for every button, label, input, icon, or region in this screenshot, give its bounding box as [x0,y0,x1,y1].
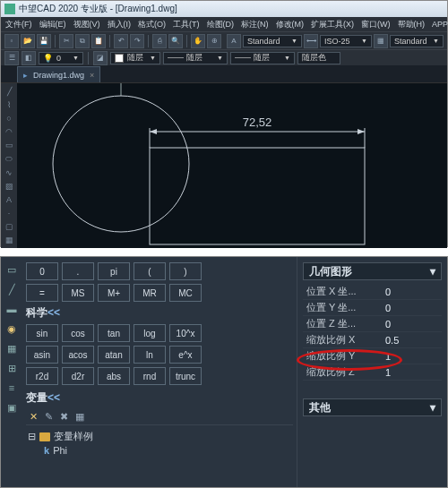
calc-asin[interactable]: asin [26,346,58,364]
calc-sin[interactable]: sin [26,324,58,342]
spline-icon[interactable]: ∿ [3,167,15,178]
polyline-icon[interactable]: ⌇ [3,98,15,110]
bylayer-colorname[interactable]: 随层色 [297,52,340,64]
rect-icon[interactable]: ▭ [3,140,15,151]
arc-icon[interactable]: ◠ [3,126,15,138]
save-icon[interactable]: 💾 [37,34,51,48]
calc-tan[interactable]: tan [98,324,130,342]
menu-view[interactable]: 视图(V) [71,19,103,30]
zoom-icon[interactable]: ⊕ [207,34,221,48]
calc-r2d[interactable]: r2d [26,367,58,385]
menu-extend[interactable]: 扩展工具(X) [308,19,357,30]
layer-icon[interactable]: ☰ [4,51,19,65]
region-icon[interactable]: ▢ [3,221,15,233]
pan-icon[interactable]: ✋ [191,34,205,48]
calc-trunc[interactable]: trunc [169,367,202,385]
calc-mplus[interactable]: M+ [98,284,130,302]
calc-d2r[interactable]: d2r [62,367,94,385]
globe-icon[interactable]: ◉ [4,321,19,336]
layers-icon[interactable]: ≡ [4,381,19,395]
text-icon[interactable]: A [3,193,15,205]
menu-window[interactable]: 窗口(W) [358,19,393,30]
color-icon[interactable]: ◪ [93,51,108,65]
find-icon[interactable]: 🔍 [168,34,183,48]
shape-rect-icon[interactable]: ▭ [4,262,19,277]
calc-acos[interactable]: acos [62,346,94,364]
layer-prop-icon[interactable]: ◧ [22,51,36,65]
print-icon[interactable]: ⎙ [152,34,167,48]
prop-row-pos-z[interactable]: 位置 Z 坐...0 [303,316,442,332]
prop-row-scale-z[interactable]: 缩放比例 Z1 [303,364,442,381]
menu-draw[interactable]: 绘图(D) [204,19,237,30]
collapse-link[interactable]: << [47,306,60,319]
calc-ms[interactable]: MS [62,284,94,302]
menu-format[interactable]: 格式(O) [135,19,168,30]
calc-ln[interactable]: ln [134,346,166,364]
calc-pi[interactable]: pi [98,262,130,280]
open-icon[interactable]: 📂 [21,34,35,48]
menu-file[interactable]: 文件(F) [3,19,35,30]
calc-ex[interactable]: e^x [169,346,202,364]
grid-icon[interactable]: ⊞ [4,361,19,375]
menu-tools[interactable]: 工具(T) [170,19,202,30]
collapse-link-2[interactable]: << [47,391,60,404]
box-icon[interactable]: ▣ [4,400,19,415]
calc-atan[interactable]: atan [98,346,130,364]
calc-0[interactable]: 0 [26,262,58,280]
line-icon[interactable]: ╱ [3,85,15,97]
bylayer-linetype-dropdown[interactable]: —— 随层▼ [163,52,228,64]
table-style-dropdown[interactable]: Standard▼ [390,35,444,47]
menu-edit[interactable]: 编辑(E) [37,19,69,30]
prop-row-pos-x[interactable]: 位置 X 坐...0 [303,284,442,300]
dim-style-icon[interactable]: ⟷ [304,34,318,48]
document-tab[interactable]: ▸ Drawing1.dwg × [17,66,100,82]
prop-section-geometry[interactable]: 几何图形▾ [303,262,442,280]
cut-icon[interactable]: ✂ [59,34,73,48]
prop-row-scale-x[interactable]: 缩放比例 X0.5 [303,332,442,348]
menu-app[interactable]: APP+ [429,20,448,29]
text-style-dropdown[interactable]: Standard▼ [243,35,302,47]
calc-abs[interactable]: abs [98,367,130,385]
palette-icon[interactable]: ▦ [4,341,19,355]
calc-10x[interactable]: 10^x [169,324,202,342]
undo-icon[interactable]: ↶ [114,34,128,48]
var-new-icon[interactable]: ✕ [30,411,38,423]
ellipse-icon[interactable]: ⬭ [3,153,15,165]
var-edit-icon[interactable]: ✎ [45,411,53,423]
shape-line-icon[interactable]: ╱ [4,282,19,296]
text-style-icon[interactable]: A [227,34,241,48]
drawing-canvas[interactable]: ╱ ⌇ ○ ◠ ▭ ⬭ ∿ ▨ A · ▢ ▦ 72,52 [1,83,447,248]
redo-icon[interactable]: ↷ [130,34,144,48]
calc-rnd[interactable]: rnd [134,367,166,385]
calc-dot[interactable]: . [62,262,94,280]
circle-icon[interactable]: ○ [3,112,15,124]
calc-log[interactable]: log [134,324,166,342]
new-icon[interactable]: ▫ [4,34,19,48]
prop-section-other[interactable]: 其他▾ [303,398,442,416]
copy-icon[interactable]: ⧉ [75,34,90,48]
bylayer-lineweight-dropdown[interactable]: —— 随层▼ [230,52,295,64]
bylayer-color-dropdown[interactable]: 随层▼ [110,52,160,64]
calc-mr[interactable]: MR [134,284,166,302]
paste-icon[interactable]: 📋 [91,34,106,48]
menu-help[interactable]: 帮助(H) [395,19,428,30]
calc-mc[interactable]: MC [169,284,202,302]
table-style-icon[interactable]: ▦ [374,34,388,48]
calc-rparen[interactable]: ) [169,262,202,280]
menu-insert[interactable]: 插入(I) [105,19,134,30]
calc-lparen[interactable]: ( [134,262,166,280]
dim-style-dropdown[interactable]: ISO-25▼ [320,35,372,47]
shape-fill-icon[interactable]: ▬ [4,302,19,316]
prop-row-scale-y[interactable]: 缩放比例 Y1 [303,348,442,364]
prop-row-pos-y[interactable]: 位置 Y 坐...0 [303,300,442,316]
point-icon[interactable]: · [3,208,15,219]
tree-root[interactable]: ⊟ 变量样例 [28,429,291,444]
var-calc-icon[interactable]: ▦ [75,411,84,423]
calc-cos[interactable]: cos [62,324,94,342]
hatch-icon[interactable]: ▨ [3,180,15,192]
close-icon[interactable]: × [90,71,94,80]
tree-item-phi[interactable]: k Phi [28,444,291,457]
menu-dimension[interactable]: 标注(N) [238,19,271,30]
var-del-icon[interactable]: ✖ [60,411,68,423]
menu-modify[interactable]: 修改(M) [273,19,307,30]
